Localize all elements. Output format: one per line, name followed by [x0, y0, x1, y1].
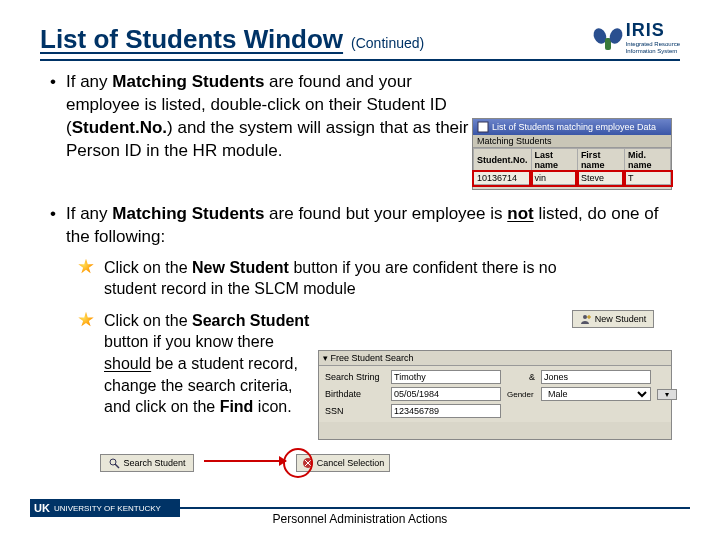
b2-text-b: are found but your employee is [264, 204, 507, 223]
col-midname: Mid. name [624, 149, 670, 172]
iris-sub1: Integrated Resource [626, 41, 680, 48]
cell-mid: T [624, 172, 670, 185]
mini1-titlebar: List of Students matching employee Data [473, 119, 671, 135]
s2-should: should [104, 355, 151, 372]
red-arrow [204, 460, 286, 462]
uk-logo: UK UNIVERSITY OF KENTUCKY [30, 499, 180, 517]
b1-text-a: If any [66, 72, 112, 91]
b2-not: not [507, 204, 533, 223]
mini2-title-text: Free Student Search [331, 353, 414, 363]
mini2-titlebar: ▾ Free Student Search [319, 351, 671, 366]
svg-line-3 [115, 464, 119, 468]
label-ssn: SSN [325, 406, 385, 416]
s2-text-b: button if you know there [104, 333, 274, 350]
free-search-screenshot: ▾ Free Student Search Search String & Bi… [318, 350, 672, 440]
col-lastname: Last name [531, 149, 577, 172]
cell-id: 10136714 [474, 172, 532, 185]
svg-point-1 [583, 315, 587, 319]
mini1-panel-label: Matching Students [473, 135, 671, 148]
cell-last: vin [531, 172, 577, 185]
continued-label: (Continued) [351, 35, 424, 51]
label-search: Search String [325, 372, 385, 382]
b1-bold-matching: Matching Students [112, 72, 264, 91]
b2-text-a: If any [66, 204, 112, 223]
red-circle-highlight [283, 448, 313, 478]
table-row[interactable]: 10136714 vin Steve T [474, 172, 671, 185]
search-student-label: Search Student [123, 458, 185, 468]
first-input[interactable] [541, 370, 651, 384]
search-input[interactable] [391, 370, 501, 384]
s2-bold: Search Student [192, 312, 309, 329]
dropdown-icon[interactable]: ▾ [657, 389, 677, 400]
matching-students-screenshot: List of Students matching employee Data … [472, 118, 672, 190]
uk-name: UNIVERSITY OF KENTUCKY [54, 504, 161, 513]
mini1-table: Student.No. Last name First name Mid. na… [473, 148, 671, 185]
sub-new-student: Click on the New Student button if you a… [76, 257, 680, 300]
footer-caption: Personnel Administration Actions [273, 512, 448, 526]
s2-dot: icon. [253, 398, 291, 415]
label-birth: Birthdate [325, 389, 385, 399]
s2-text-a: Click on the [104, 312, 192, 329]
cancel-label: Cancel Selection [317, 458, 385, 468]
window-icon [477, 121, 489, 133]
iris-sub2: Information System [626, 48, 680, 55]
person-plus-icon [580, 313, 592, 325]
iris-text: IRIS [626, 20, 665, 40]
search-student-button[interactable]: Search Student [100, 454, 194, 472]
new-student-label: New Student [595, 314, 647, 324]
ssn-input[interactable] [391, 404, 501, 418]
birth-input[interactable] [391, 387, 501, 401]
iris-flower-icon [594, 24, 622, 52]
cell-first: Steve [577, 172, 624, 185]
search-icon [108, 457, 120, 469]
label-first-prefix: & [507, 372, 535, 382]
mini1-title-text: List of Students matching employee Data [492, 122, 656, 132]
s1-text-a: Click on the [104, 259, 192, 276]
new-student-button[interactable]: New Student [572, 310, 654, 328]
col-firstname: First name [577, 149, 624, 172]
s1-bold: New Student [192, 259, 289, 276]
s2-find: Find [220, 398, 254, 415]
b1-bold-studentno: Student.No. [72, 118, 167, 137]
page-title: List of Students Window [40, 24, 343, 55]
mini2-arrow-icon: ▾ [323, 353, 331, 363]
col-studentno: Student.No. [474, 149, 532, 172]
uk-mark: UK [34, 502, 50, 514]
svg-rect-0 [478, 122, 488, 132]
b2-bold-matching: Matching Students [112, 204, 264, 223]
label-gender: Gender [507, 390, 535, 399]
iris-logo: IRIS Integrated Resource Information Sys… [594, 20, 680, 55]
gender-select[interactable]: Male [541, 387, 651, 401]
